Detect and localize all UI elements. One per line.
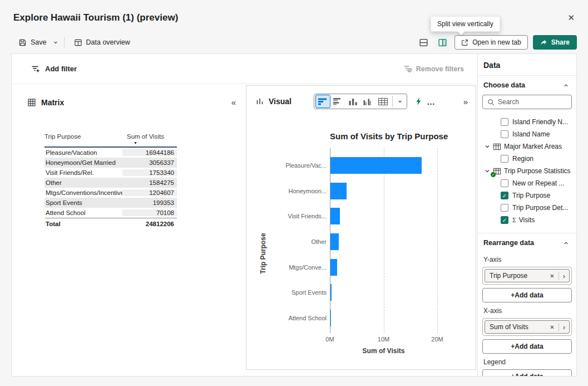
table-row[interactable]: Sport Events199353 xyxy=(45,198,177,208)
tree-item-field[interactable]: Region xyxy=(478,153,576,165)
chart-plot xyxy=(330,153,476,331)
bar[interactable] xyxy=(330,208,340,224)
rearrange-data-header[interactable]: Rearrange data xyxy=(478,233,576,251)
tree-item-field[interactable]: ✓ΣVisits xyxy=(478,214,576,226)
tree-item-table[interactable]: Major Market Areas xyxy=(478,140,576,153)
category-label: Honeymoon... xyxy=(273,178,327,204)
split-vertical-button[interactable] xyxy=(436,36,449,50)
toolbar-left: Save Data overview xyxy=(14,35,134,50)
x-tick-label: 10M xyxy=(378,336,389,343)
chart-type-table[interactable] xyxy=(375,95,391,108)
chart-categories: Pleasure/Vac...Honeymoon...Visit Friends… xyxy=(273,153,330,355)
table-row[interactable]: Honeymoon/Get Married3056337 xyxy=(45,158,177,168)
field-well: Sum of Visits✕› xyxy=(482,318,572,336)
tree-item-table[interactable]: ✓Trip Purpose Statistics xyxy=(478,165,576,177)
checkbox[interactable] xyxy=(501,155,508,163)
checkbox[interactable] xyxy=(501,118,508,126)
sigma-icon: Σ xyxy=(512,217,516,223)
chart-type-clustered-bar[interactable] xyxy=(330,95,345,108)
clustered-bar-chart-icon xyxy=(333,97,343,106)
table-row[interactable]: Visit Friends/Rel.1753340 xyxy=(45,168,177,178)
choose-data-header[interactable]: Choose data xyxy=(478,76,576,94)
category-label: Pleasure/Vac... xyxy=(273,153,327,178)
table-row[interactable]: Pleasure/Vacation16944186 xyxy=(45,148,177,158)
category-label: Sport Events xyxy=(273,280,327,305)
search-input[interactable] xyxy=(498,98,567,106)
remove-field-icon[interactable]: ✕ xyxy=(546,324,558,330)
table-row[interactable]: Other1584275 xyxy=(45,178,177,188)
tree-item-field[interactable]: ✓Trip Purpose xyxy=(478,189,576,202)
save-button[interactable]: Save xyxy=(14,35,51,50)
y-axis-title: Trip Purpose xyxy=(259,233,267,274)
chart-plot-area: 0M10M20M Sum of Visits xyxy=(330,153,476,355)
bar[interactable] xyxy=(330,284,332,301)
tree-item-field[interactable]: Island Friendly N... xyxy=(478,116,576,128)
close-button[interactable]: ✕ xyxy=(567,13,575,22)
bar[interactable] xyxy=(330,310,331,326)
chart-type-dropdown-button[interactable] xyxy=(394,95,406,108)
chart-type-clustered-column[interactable] xyxy=(360,95,375,108)
category-label: Attend School xyxy=(273,305,327,331)
tooltip-split-view-vertically: Split view vertically xyxy=(431,16,500,32)
total-label: Total xyxy=(45,221,122,227)
cell-trip-purpose: Honeymoon/Get Married xyxy=(45,159,122,166)
page-title: Explore Hawaii Tourism (1) (preview) xyxy=(13,12,178,23)
column-header-trip-purpose[interactable]: Trip Purpose xyxy=(45,133,122,145)
chart-type-stacked-bar[interactable] xyxy=(315,95,330,108)
data-overview-button[interactable]: Data overview xyxy=(70,35,134,50)
expand-visual-button[interactable]: » xyxy=(463,97,468,106)
quick-insights-button[interactable] xyxy=(413,95,424,108)
table-row[interactable]: Mtgs/Conventions/Incentive1204607 xyxy=(45,188,177,198)
matrix-panel: Matrix « Trip Purpose Sum of Visits ▼ Pl… xyxy=(12,84,246,376)
open-in-new-tab-button[interactable]: Open in new tab xyxy=(454,35,527,50)
save-icon xyxy=(18,38,27,47)
split-horizontal-button[interactable] xyxy=(417,36,431,50)
field-options-icon[interactable]: › xyxy=(559,272,569,280)
field-pill[interactable]: Trip Purpose✕› xyxy=(485,269,570,282)
total-row[interactable]: Total 24812206 xyxy=(45,218,177,229)
more-options-button[interactable]: … xyxy=(427,97,435,106)
bar[interactable] xyxy=(330,157,422,174)
tree-item-field[interactable]: Trip Purpose Det... xyxy=(478,202,576,214)
tree-item-field[interactable]: Island Name xyxy=(478,128,576,140)
cell-sum-of-visits: 1204607 xyxy=(122,189,177,196)
add-data-button[interactable]: +Add data xyxy=(482,288,572,302)
field-label: Trip Purpose xyxy=(512,192,550,199)
chart-type-stacked-column[interactable] xyxy=(345,95,360,108)
share-button[interactable]: Share xyxy=(533,35,577,50)
checkbox[interactable] xyxy=(501,204,508,212)
bar[interactable] xyxy=(330,233,339,250)
well-label: Y-axis xyxy=(482,256,572,263)
rearrange-wells: Y-axisTrip Purpose✕›+Add dataX-axisSum o… xyxy=(478,256,576,376)
data-overview-icon xyxy=(74,38,82,47)
bar[interactable] xyxy=(330,183,347,199)
cell-trip-purpose: Visit Friends/Rel. xyxy=(45,169,122,176)
checkbox[interactable]: ✓ xyxy=(501,192,508,199)
tree-item-field[interactable]: New or Repeat ... xyxy=(478,177,576,189)
checkbox[interactable]: ✓ xyxy=(501,216,508,224)
split-vertical-icon xyxy=(438,38,447,47)
checkbox[interactable] xyxy=(501,179,508,187)
save-menu-button[interactable] xyxy=(51,36,61,48)
add-data-button[interactable]: +Add data xyxy=(482,339,572,354)
add-filter-button[interactable]: Add filter xyxy=(31,64,77,74)
cell-sum-of-visits: 3056337 xyxy=(122,159,177,166)
table-row[interactable]: Attend School70108 xyxy=(45,208,177,218)
checkbox[interactable] xyxy=(501,130,508,138)
add-data-button[interactable]: +Add data xyxy=(482,369,572,376)
bar[interactable] xyxy=(330,259,337,276)
column-header-sum-of-visits[interactable]: Sum of Visits ▼ xyxy=(122,133,177,145)
y-axis-title-area: Trip Purpose xyxy=(253,153,273,355)
tooltip-text: Split view vertically xyxy=(437,20,493,28)
remove-field-icon[interactable]: ✕ xyxy=(546,273,558,279)
cell-sum-of-visits: 1753340 xyxy=(122,169,177,176)
field-pill[interactable]: Sum of Visits✕› xyxy=(485,320,570,334)
collapse-matrix-button[interactable]: « xyxy=(231,97,236,107)
report-region: Add filter Remove filters Matrix « xyxy=(12,54,477,376)
field-pill-label: Trip Purpose xyxy=(485,272,546,280)
remove-filters-button[interactable]: Remove filters xyxy=(403,64,464,74)
field-options-icon[interactable]: › xyxy=(559,323,569,331)
gridline xyxy=(384,148,384,333)
table-icon xyxy=(493,143,501,151)
remove-filters-label: Remove filters xyxy=(416,65,464,73)
